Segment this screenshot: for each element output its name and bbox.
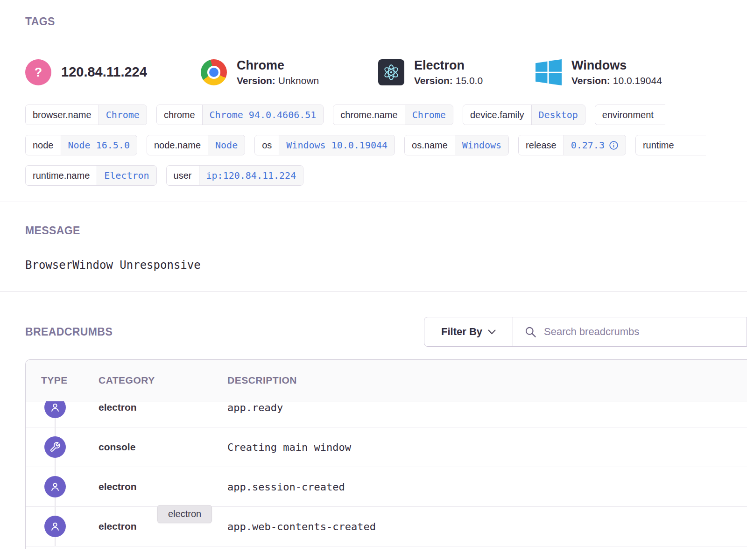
- tag-value[interactable]: Windows: [455, 135, 508, 155]
- tags-title: TAGS: [25, 15, 747, 28]
- featured-tag-chrome: Chrome Version: Unknown: [201, 58, 378, 86]
- tag-key: chrome.name: [333, 105, 404, 125]
- user-icon: [44, 516, 66, 537]
- tag-key: os.name: [405, 135, 455, 155]
- question-avatar-icon: ?: [25, 59, 51, 85]
- tag-pill-node[interactable]: node Node 16.5.0: [25, 135, 137, 155]
- version-label: Version:: [237, 75, 275, 86]
- version-value: 10.0.19044: [613, 75, 662, 86]
- info-icon[interactable]: [609, 140, 619, 150]
- tag-value[interactable]: Chrome: [99, 105, 147, 125]
- featured-tag-electron: Electron Version: 15.0.0: [378, 58, 536, 86]
- breadcrumbs-filter-bar: Filter By: [424, 317, 747, 347]
- tag-value[interactable]: Chrome 94.0.4606.51: [202, 105, 324, 125]
- featured-tags-row: ? 120.84.11.224 Chrome Version: Unknown: [25, 54, 747, 91]
- breadcrumbs-section: BREADCRUMBS Filter By TYPE CATEGORY DESC…: [0, 292, 747, 549]
- windows-title: Windows: [571, 58, 662, 73]
- windows-version: Version: 10.0.19044: [571, 75, 662, 86]
- tag-value[interactable]: ip:120.84.11.224: [199, 166, 303, 185]
- featured-tag-windows: Windows Version: 10.0.19044: [536, 58, 662, 86]
- tag-value[interactable]: Chrome: [405, 105, 453, 125]
- tag-pills: browser.name Chrome chrome Chrome 94.0.4…: [25, 105, 747, 186]
- tag-value[interactable]: Desktop: [531, 105, 585, 125]
- tag-value[interactable]: Node 16.5.0: [61, 135, 137, 155]
- wrench-icon: [44, 436, 66, 458]
- tag-pill-os[interactable]: os Windows 10.0.19044: [254, 135, 395, 155]
- version-label: Version:: [571, 75, 610, 86]
- breadcrumb-row[interactable]: electron app.session-created: [26, 467, 747, 507]
- electron-version: Version: 15.0.0: [414, 75, 483, 86]
- tag-key: browser.name: [26, 105, 99, 125]
- tag-value[interactable]: Node: [208, 135, 245, 155]
- column-header-category: CATEGORY: [99, 375, 227, 386]
- message-section: MESSAGE BrowserWindow Unresponsive: [0, 202, 747, 291]
- chrome-title: Chrome: [237, 58, 319, 73]
- tag-value[interactable]: Electron: [97, 166, 156, 185]
- breadcrumb-row[interactable]: console Creating main window: [26, 427, 747, 467]
- breadcrumbs-search: [513, 317, 747, 346]
- tag-key: release: [519, 135, 564, 155]
- breadcrumbs-header: BREADCRUMBS Filter By: [0, 317, 747, 347]
- electron-logo-icon: [378, 59, 404, 85]
- tag-pill-row: runtime.name Electron user ip:120.84.11.…: [25, 165, 747, 186]
- breadcrumb-category: console: [99, 441, 227, 453]
- chrome-logo-icon: [201, 59, 227, 85]
- version-label: Version:: [414, 75, 453, 86]
- breadcrumbs-table: TYPE CATEGORY DESCRIPTION electron app.r…: [25, 359, 747, 549]
- electron-title: Electron: [414, 58, 483, 73]
- tag-pill-runtime-name[interactable]: runtime.name Electron: [25, 165, 157, 186]
- category-tooltip: electron: [157, 505, 212, 523]
- column-header-type: TYPE: [26, 375, 99, 386]
- tag-value[interactable]: 0.27.3: [564, 135, 626, 155]
- tag-key: os: [255, 135, 279, 155]
- breadcrumbs-table-header: TYPE CATEGORY DESCRIPTION: [26, 360, 747, 401]
- tag-pill-row: node Node 16.5.0 node.name Node os Windo…: [25, 135, 747, 155]
- tag-pill-row: browser.name Chrome chrome Chrome 94.0.4…: [25, 105, 747, 125]
- tag-pill-environment[interactable]: environment: [595, 105, 665, 125]
- version-value: 15.0.0: [456, 75, 483, 86]
- tag-key: environment: [595, 105, 665, 125]
- breadcrumbs-rows: electron app.ready console Creating main…: [26, 388, 747, 546]
- tag-value[interactable]: Windows 10.0.19044: [279, 135, 395, 155]
- tag-pill-user[interactable]: user ip:120.84.11.224: [166, 165, 304, 186]
- breadcrumb-category: electron: [99, 402, 227, 413]
- tag-pill-release[interactable]: release 0.27.3: [518, 135, 626, 155]
- filter-by-dropdown[interactable]: Filter By: [424, 317, 513, 346]
- breadcrumb-description: Creating main window: [227, 441, 747, 453]
- tag-pill-runtime[interactable]: runtime: [635, 135, 706, 155]
- tag-value-text: 0.27.3: [571, 140, 605, 151]
- tag-key: node: [26, 135, 61, 155]
- breadcrumb-category: electron: [99, 481, 227, 492]
- search-input[interactable]: [544, 326, 747, 338]
- tag-key: device.family: [463, 105, 531, 125]
- tag-pill-os-name[interactable]: os.name Windows: [404, 135, 509, 155]
- tags-section: TAGS ? 120.84.11.224 Chrome Version: Unk…: [0, 0, 747, 186]
- column-header-description: DESCRIPTION: [227, 375, 747, 386]
- breadcrumb-row[interactable]: electron app.web-contents-created: [26, 507, 747, 546]
- breadcrumb-description: app.web-contents-created: [227, 521, 747, 532]
- filter-by-label: Filter By: [441, 326, 482, 338]
- version-value: Unknown: [278, 75, 319, 86]
- tag-key: chrome: [157, 105, 202, 125]
- tag-pill-device-family[interactable]: device.family Desktop: [463, 105, 585, 125]
- breadcrumb-description: app.session-created: [227, 481, 747, 493]
- breadcrumb-description: app.ready: [227, 402, 747, 413]
- windows-logo-icon: [536, 59, 562, 85]
- breadcrumbs-title: BREADCRUMBS: [25, 326, 113, 338]
- tag-pill-chrome-name[interactable]: chrome.name Chrome: [333, 105, 453, 125]
- message-title: MESSAGE: [25, 224, 747, 237]
- message-text: BrowserWindow Unresponsive: [25, 259, 747, 272]
- featured-tag-ip: ? 120.84.11.224: [25, 59, 201, 85]
- tag-pill-node-name[interactable]: node.name Node: [147, 135, 245, 155]
- tag-key: node.name: [147, 135, 208, 155]
- tag-key: user: [167, 166, 199, 185]
- user-icon: [44, 476, 66, 497]
- chrome-version: Version: Unknown: [237, 75, 319, 86]
- tag-key: runtime: [636, 135, 706, 155]
- tag-pill-browser-name[interactable]: browser.name Chrome: [25, 105, 147, 125]
- tag-key: runtime.name: [26, 166, 97, 185]
- chevron-down-icon: [488, 329, 496, 335]
- tag-pill-chrome[interactable]: chrome Chrome 94.0.4606.51: [156, 105, 324, 125]
- search-icon: [524, 326, 537, 338]
- ip-address: 120.84.11.224: [61, 64, 147, 80]
